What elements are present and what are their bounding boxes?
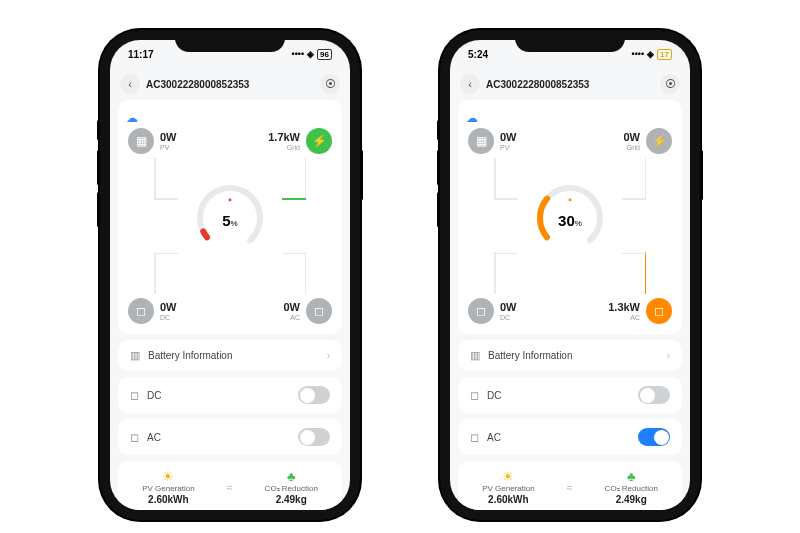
dc-node: ◻ 0WDC xyxy=(468,298,517,324)
sun-icon: ☀ xyxy=(142,469,194,484)
pv-generation-stat: ☀ PV Generation 2.60kWh xyxy=(142,469,194,505)
wifi-icon: ◈ xyxy=(647,49,654,59)
sun-icon: ☀ xyxy=(482,469,534,484)
back-button[interactable]: ‹ xyxy=(120,74,140,94)
back-button[interactable]: ‹ xyxy=(460,74,480,94)
pv-icon: ▦ xyxy=(128,128,154,154)
device-title: AC300222800085235​3 xyxy=(146,79,314,90)
cloud-icon: ☁ xyxy=(126,111,138,125)
clock: 5:24 xyxy=(468,49,488,60)
pv-node: ▦ 0WPV xyxy=(468,128,517,154)
stats-footer: ☀ PV Generation 2.60kWh ≈ ♣ CO₂ Reductio… xyxy=(118,461,342,510)
dc-row-icon: ◻ xyxy=(130,389,139,402)
battery-icon: ▪ xyxy=(190,194,270,205)
grid-node: ⚡ 1.7kWGrid xyxy=(268,128,332,154)
dc-icon: ◻ xyxy=(128,298,154,324)
battery-info-row[interactable]: ▥ Battery Information › xyxy=(118,340,342,371)
chevron-right-icon: › xyxy=(327,350,330,361)
chevron-right-icon: › xyxy=(667,350,670,361)
tree-icon: ♣ xyxy=(265,469,318,484)
device-title: AC300222800085235​3 xyxy=(486,79,654,90)
ac-toggle-row: ◻ AC xyxy=(458,419,682,455)
battery-indicator: 17 xyxy=(657,49,672,60)
ac-icon: ◻ xyxy=(306,298,332,324)
ac-toggle[interactable] xyxy=(638,428,670,446)
status-bar: 5:24 •••• ◈ 17 xyxy=(450,40,690,68)
dc-node: ◻ 0WDC xyxy=(128,298,177,324)
dc-toggle-row: ◻ DC xyxy=(118,377,342,413)
approx-icon: ≈ xyxy=(227,482,233,493)
grid-icon: ⚡ xyxy=(306,128,332,154)
ac-toggle-row: ◻ AC xyxy=(118,419,342,455)
pv-generation-stat: ☀ PV Generation 2.60kWh xyxy=(482,469,534,505)
phone-right: 5:24 •••• ◈ 17 ‹ AC300222800085235​3 ⦿ ☁ xyxy=(440,30,700,520)
battery-icon: ▪ xyxy=(530,194,610,205)
co2-reduction-stat: ♣ CO₂ Reduction 2.49kg xyxy=(265,469,318,505)
app-header: ‹ AC300222800085235​3 ⦿ xyxy=(110,68,350,100)
pv-node: ▦ 0WPV xyxy=(128,128,177,154)
phone-left: 11:17 •••• ◈ 96 ‹ AC300222800085235​3 ⦿ … xyxy=(100,30,360,520)
ac-toggle[interactable] xyxy=(298,428,330,446)
ac-node: ◻ 1.3kWAC xyxy=(608,298,672,324)
pv-icon: ▦ xyxy=(468,128,494,154)
dc-icon: ◻ xyxy=(468,298,494,324)
dc-toggle-row: ◻ DC xyxy=(458,377,682,413)
battery-indicator: 96 xyxy=(317,49,332,60)
grid-icon: ⚡ xyxy=(646,128,672,154)
signal-icon: •••• xyxy=(291,49,304,59)
settings-button[interactable]: ⦿ xyxy=(660,74,680,94)
dc-row-icon: ◻ xyxy=(470,389,479,402)
dc-toggle[interactable] xyxy=(298,386,330,404)
cloud-icon: ☁ xyxy=(466,111,478,125)
dc-toggle[interactable] xyxy=(638,386,670,404)
ac-row-icon: ◻ xyxy=(130,431,139,444)
settings-button[interactable]: ⦿ xyxy=(320,74,340,94)
battery-info-row[interactable]: ▥ Battery Information › xyxy=(458,340,682,371)
ac-icon: ◻ xyxy=(646,298,672,324)
approx-icon: ≈ xyxy=(567,482,573,493)
wifi-icon: ◈ xyxy=(307,49,314,59)
app-header: ‹ AC300222800085235​3 ⦿ xyxy=(450,68,690,100)
battery-info-icon: ▥ xyxy=(130,349,140,362)
battery-info-icon: ▥ xyxy=(470,349,480,362)
signal-icon: •••• xyxy=(631,49,644,59)
stats-footer: ☀ PV Generation 2.60kWh ≈ ♣ CO₂ Reductio… xyxy=(458,461,682,510)
ac-row-icon: ◻ xyxy=(470,431,479,444)
grid-node: ⚡ 0WGrid xyxy=(624,128,673,154)
clock: 11:17 xyxy=(128,49,154,60)
status-bar: 11:17 •••• ◈ 96 xyxy=(110,40,350,68)
ac-node: ◻ 0WAC xyxy=(284,298,333,324)
tree-icon: ♣ xyxy=(605,469,658,484)
co2-reduction-stat: ♣ CO₂ Reduction 2.49kg xyxy=(605,469,658,505)
battery-gauge: ▪ 5% xyxy=(190,178,270,258)
battery-gauge: ▪ 30% xyxy=(530,178,610,258)
